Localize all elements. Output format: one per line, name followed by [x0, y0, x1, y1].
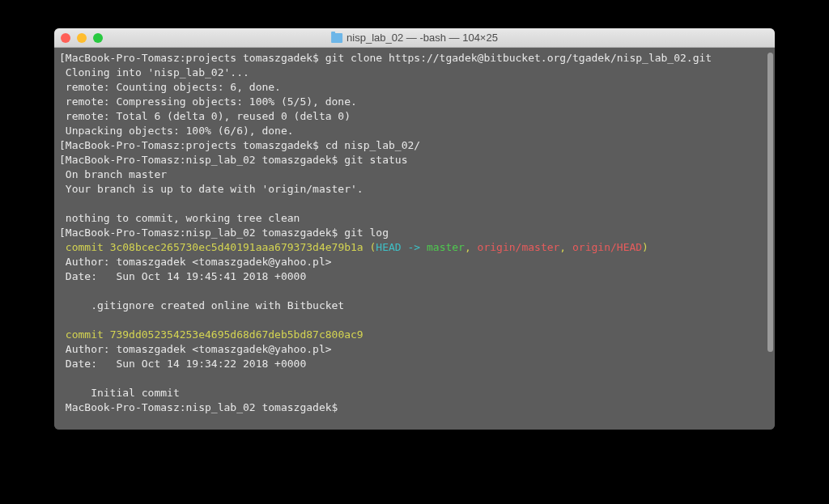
prompt: [MacBook-Pro-Tomasz:nisp_lab_02 tomaszga…: [59, 154, 344, 166]
terminal-line: remote: Counting objects: 6, done.: [59, 80, 770, 95]
prompt: [MacBook-Pro-Tomasz:nisp_lab_02 tomaszga…: [59, 227, 344, 239]
window-title: nisp_lab_02 — -bash — 104×25: [331, 32, 498, 44]
title-text: nisp_lab_02 — -bash — 104×25: [346, 32, 498, 44]
branch-ref: master: [427, 241, 465, 253]
terminal-line: remote: Compressing objects: 100% (5/5),…: [59, 95, 770, 109]
head-ref: HEAD ->: [376, 241, 427, 253]
prompt: [MacBook-Pro-Tomasz:projects tomaszgadek…: [59, 139, 325, 151]
minimize-button[interactable]: [77, 33, 87, 43]
paren: (: [363, 241, 376, 253]
command: cd nisp_lab_02/: [325, 139, 420, 151]
commit-hash: 739dd052354253e4695d68d67deb5bd87c800ac9: [110, 328, 363, 341]
maximize-button[interactable]: [93, 33, 103, 43]
terminal-line: Unpacking objects: 100% (6/6), done.: [59, 124, 770, 138]
terminal-line: [MacBook-Pro-Tomasz:projects tomaszgadek…: [59, 138, 770, 153]
terminal-line: .gitignore created online with Bitbucket: [59, 299, 770, 313]
paren: ): [642, 241, 648, 253]
commit-label: commit: [59, 241, 110, 253]
terminal-line: Author: tomaszgadek <tomaszgadek@yahoo.p…: [59, 342, 770, 357]
terminal-window: nisp_lab_02 — -bash — 104×25 [MacBook-Pr…: [54, 28, 775, 430]
terminal-line: Author: tomaszgadek <tomaszgadek@yahoo.p…: [59, 255, 770, 269]
terminal-line: commit 3c08bcec265730ec5d40191aaa679373d…: [59, 240, 770, 255]
terminal-line: Date: Sun Oct 14 19:34:22 2018 +0000: [59, 357, 770, 371]
terminal-line: Initial commit: [59, 386, 770, 400]
terminal-line: remote: Total 6 (delta 0), reused 0 (del…: [59, 109, 770, 124]
terminal-line: [MacBook-Pro-Tomasz:nisp_lab_02 tomaszga…: [59, 153, 770, 167]
prompt: [MacBook-Pro-Tomasz:projects tomaszgadek…: [59, 52, 325, 64]
terminal-line: MacBook-Pro-Tomasz:nisp_lab_02 tomaszgad…: [59, 400, 770, 415]
scrollbar[interactable]: [767, 53, 773, 352]
terminal-line: Your branch is up to date with 'origin/m…: [59, 182, 770, 197]
terminal-body[interactable]: [MacBook-Pro-Tomasz:projects tomaszgadek…: [54, 48, 775, 430]
terminal-line: commit 739dd052354253e4695d68d67deb5bd87…: [59, 328, 770, 342]
terminal-line: Date: Sun Oct 14 19:45:41 2018 +0000: [59, 269, 770, 284]
command: git status: [344, 154, 407, 166]
command: git clone https://tgadek@bitbucket.org/t…: [325, 52, 712, 64]
titlebar[interactable]: nisp_lab_02 — -bash — 104×25: [54, 28, 775, 48]
traffic-lights: [61, 33, 103, 43]
terminal-line: [59, 313, 770, 328]
terminal-line: [MacBook-Pro-Tomasz:nisp_lab_02 tomaszga…: [59, 226, 770, 240]
sep: ,: [559, 241, 572, 253]
remote-ref: origin/master: [478, 241, 560, 253]
terminal-line: [59, 371, 770, 386]
close-button[interactable]: [61, 33, 70, 43]
terminal-line: [59, 284, 770, 299]
terminal-line: [MacBook-Pro-Tomasz:projects tomaszgadek…: [59, 51, 770, 66]
terminal-line: On branch master: [59, 167, 770, 182]
commit-label: commit: [59, 328, 110, 341]
sep: ,: [465, 241, 478, 253]
terminal-line: [59, 197, 770, 211]
terminal-line: nothing to commit, working tree clean: [59, 211, 770, 226]
folder-icon: [331, 33, 342, 43]
command: git log: [344, 227, 389, 239]
remote-ref: origin/HEAD: [572, 241, 642, 253]
commit-hash: 3c08bcec265730ec5d40191aaa679373d4e79b1a: [110, 241, 363, 253]
terminal-line: Cloning into 'nisp_lab_02'...: [59, 66, 770, 80]
